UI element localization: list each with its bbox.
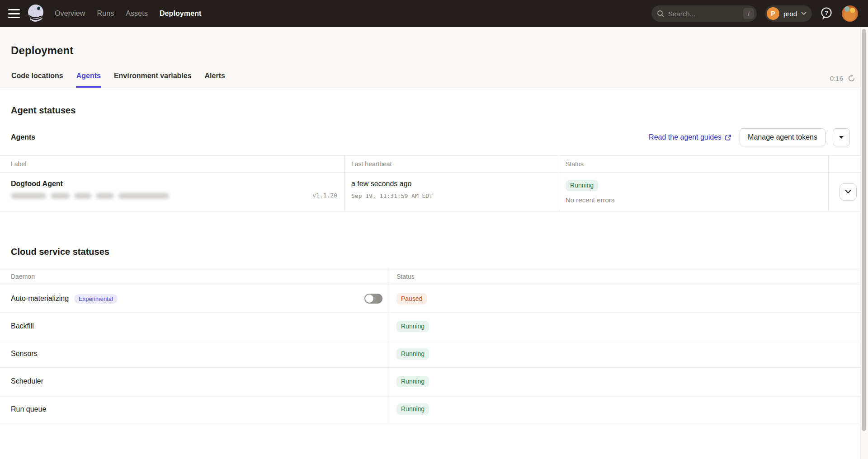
agent-row-expand-button[interactable] bbox=[840, 183, 857, 201]
search-icon bbox=[657, 10, 664, 17]
scrollbar-thumb[interactable] bbox=[862, 29, 866, 431]
nav-item-runs[interactable]: Runs bbox=[97, 9, 114, 18]
search-placeholder: Search... bbox=[668, 10, 695, 18]
agents-table: Label Last heartbeat Status Dogfood Agen… bbox=[0, 155, 868, 211]
user-avatar[interactable] bbox=[842, 5, 858, 22]
workspace-switcher[interactable]: P prod bbox=[765, 5, 812, 22]
daemon-name: Scheduler bbox=[11, 377, 43, 385]
tab-agents[interactable]: Agents bbox=[76, 72, 101, 88]
col-header-status: Status bbox=[390, 268, 868, 285]
daemon-row-scheduler: Scheduler Running bbox=[0, 368, 868, 395]
tab-bar: Code locations Agents Environment variab… bbox=[0, 72, 868, 88]
daemon-name: Run queue bbox=[11, 405, 46, 413]
agent-errors-text: No recent errors bbox=[566, 196, 821, 204]
nav-item-overview[interactable]: Overview bbox=[55, 9, 85, 18]
heartbeat-relative: a few seconds ago bbox=[351, 180, 552, 188]
agents-toolbar: Agents Read the agent guides Manage agen… bbox=[11, 128, 850, 146]
daemon-cell: Backfill bbox=[0, 313, 390, 340]
agent-status-cell: Running No recent errors bbox=[559, 173, 829, 211]
chevron-down-icon bbox=[801, 12, 807, 15]
status-badge: Paused bbox=[396, 293, 427, 304]
status-badge: Running bbox=[396, 348, 429, 360]
tab-code-locations[interactable]: Code locations bbox=[11, 72, 64, 88]
daemon-row-backfill: Backfill Running bbox=[0, 313, 868, 340]
agents-table-header: Label Last heartbeat Status bbox=[0, 156, 868, 173]
daemon-status-cell: Running bbox=[390, 395, 868, 423]
daemon-cell: Run queue bbox=[0, 395, 390, 423]
refresh-countdown-group: 0:16 bbox=[830, 75, 855, 88]
daemon-status-cell: Running bbox=[390, 313, 868, 340]
agent-statuses-heading: Agent statuses bbox=[11, 105, 857, 116]
agent-status-badge: Running bbox=[566, 180, 598, 191]
help-icon[interactable]: ? bbox=[820, 7, 834, 20]
top-nav: Overview Runs Assets Deployment Search..… bbox=[0, 0, 868, 27]
agent-guides-link-label: Read the agent guides bbox=[649, 133, 722, 141]
col-header-daemon: Daemon bbox=[0, 268, 390, 285]
dagster-logo-icon[interactable] bbox=[27, 4, 45, 23]
daemon-status-cell: Running bbox=[390, 368, 868, 395]
daemon-name: Auto-materializing bbox=[11, 295, 69, 303]
tokens-menu-button[interactable] bbox=[833, 128, 850, 146]
cloud-services-table: Daemon Status Auto-materializing Experim… bbox=[0, 268, 868, 423]
daemon-cell: Sensors bbox=[0, 340, 390, 367]
svg-text:?: ? bbox=[825, 9, 828, 16]
status-badge: Running bbox=[396, 321, 429, 332]
menu-icon[interactable] bbox=[8, 9, 20, 18]
col-header-status: Status bbox=[559, 156, 829, 172]
status-badge: Running bbox=[396, 403, 429, 415]
cloud-table-header: Daemon Status bbox=[0, 268, 868, 285]
manage-agent-tokens-button[interactable]: Manage agent tokens bbox=[740, 128, 826, 146]
daemon-row-sensors: Sensors Running bbox=[0, 340, 868, 368]
scrollbar-track bbox=[860, 27, 868, 459]
agent-label-cell: Dogfood Agent v1.1.20 bbox=[0, 173, 345, 211]
search-shortcut-key: / bbox=[743, 8, 754, 19]
page-header: Deployment Code locations Agents Environ… bbox=[0, 27, 868, 88]
nav-item-deployment[interactable]: Deployment bbox=[160, 9, 202, 18]
agent-heartbeat-cell: a few seconds ago Sep 19, 11:31:59 AM ED… bbox=[345, 173, 559, 211]
col-header-last-heartbeat: Last heartbeat bbox=[345, 156, 559, 172]
daemon-status-cell: Paused bbox=[390, 285, 868, 312]
daemon-cell: Auto-materializing Experimental bbox=[0, 285, 390, 312]
workspace-badge: P bbox=[767, 7, 779, 20]
daemon-cell: Scheduler bbox=[0, 368, 390, 395]
daemon-name: Sensors bbox=[11, 350, 38, 358]
search-input[interactable]: Search... / bbox=[651, 5, 757, 22]
daemon-name: Backfill bbox=[11, 322, 34, 330]
status-badge: Running bbox=[396, 376, 429, 387]
nav-item-assets[interactable]: Assets bbox=[126, 9, 148, 18]
primary-nav: Overview Runs Assets Deployment bbox=[55, 9, 201, 18]
col-header-label: Label bbox=[0, 156, 345, 172]
page-title: Deployment bbox=[0, 44, 868, 57]
agent-id-redacted bbox=[11, 193, 169, 199]
refresh-countdown: 0:16 bbox=[830, 75, 843, 82]
tab-alerts[interactable]: Alerts bbox=[204, 72, 226, 88]
nav-right-cluster: Search... / P prod ? bbox=[651, 5, 858, 22]
tab-environment-variables[interactable]: Environment variables bbox=[113, 72, 192, 88]
daemon-row-auto-materializing: Auto-materializing Experimental Paused bbox=[0, 285, 868, 313]
agents-subheading: Agents bbox=[11, 133, 35, 141]
triangle-down-icon bbox=[839, 136, 844, 139]
agent-row: Dogfood Agent v1.1.20 a few seconds ago … bbox=[0, 173, 868, 211]
daemon-status-cell: Running bbox=[390, 340, 868, 367]
heartbeat-absolute: Sep 19, 11:31:59 AM EDT bbox=[351, 192, 552, 199]
workspace-name: prod bbox=[783, 10, 797, 18]
refresh-icon[interactable] bbox=[848, 75, 855, 82]
auto-materializing-toggle[interactable] bbox=[364, 294, 382, 304]
external-link-icon bbox=[725, 134, 731, 141]
daemon-row-run-queue: Run queue Running bbox=[0, 395, 868, 423]
main-content: Agent statuses Agents Read the agent gui… bbox=[0, 105, 868, 423]
agent-version: v1.1.20 bbox=[312, 192, 337, 199]
cloud-service-statuses-heading: Cloud service statuses bbox=[11, 247, 857, 257]
experimental-badge: Experimental bbox=[74, 294, 118, 304]
agent-guides-link[interactable]: Read the agent guides bbox=[649, 133, 731, 141]
chevron-down-icon bbox=[845, 190, 851, 194]
agent-name: Dogfood Agent bbox=[11, 180, 337, 188]
